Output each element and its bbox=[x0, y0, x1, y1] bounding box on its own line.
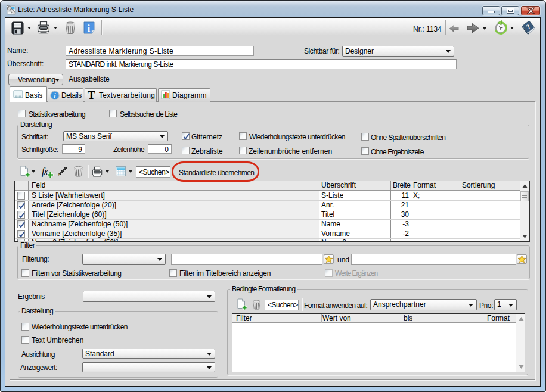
svg-text:i: i bbox=[88, 23, 91, 33]
